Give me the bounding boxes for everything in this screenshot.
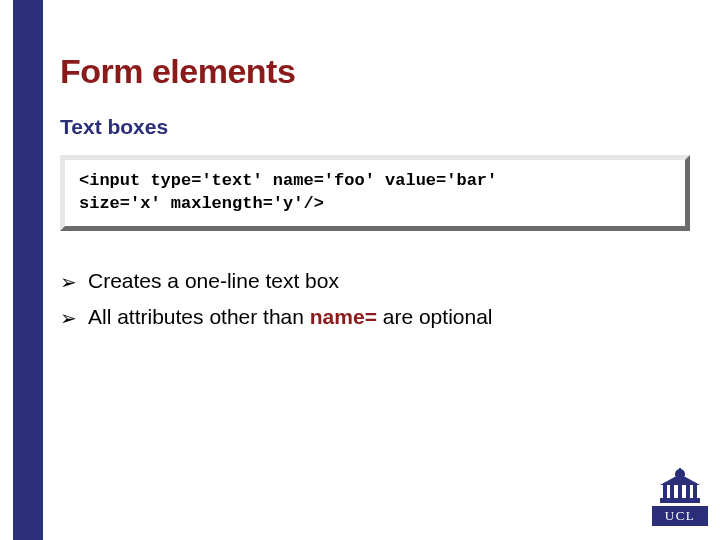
logo-text: UCL xyxy=(665,508,696,524)
svg-rect-4 xyxy=(686,485,690,498)
slide-content: Form elements Text boxes <input type='te… xyxy=(60,52,690,338)
code-snippet: <input type='text' name='foo' value='bar… xyxy=(79,170,671,216)
svg-rect-3 xyxy=(678,485,682,498)
arrow-icon: ➢ xyxy=(60,267,77,298)
bullet-item: ➢ Creates a one-line text box xyxy=(60,265,690,298)
bullet-text-post: are optional xyxy=(377,305,493,328)
bullet-text-pre: Creates a one-line text box xyxy=(88,269,339,292)
ucl-logo: UCL xyxy=(652,468,708,530)
left-accent-bar xyxy=(13,0,43,540)
bullet-item: ➢ All attributes other than name= are op… xyxy=(60,301,690,334)
dome-icon xyxy=(658,468,702,504)
logo-band: UCL xyxy=(652,506,708,526)
svg-rect-1 xyxy=(663,485,667,498)
svg-rect-7 xyxy=(679,468,681,471)
code-box: <input type='text' name='foo' value='bar… xyxy=(60,155,690,231)
slide-subtitle: Text boxes xyxy=(60,115,690,139)
bullet-list: ➢ Creates a one-line text box ➢ All attr… xyxy=(60,265,690,334)
slide-title: Form elements xyxy=(60,52,690,91)
svg-rect-2 xyxy=(670,485,674,498)
arrow-icon: ➢ xyxy=(60,303,77,334)
slide: Form elements Text boxes <input type='te… xyxy=(0,0,720,540)
svg-rect-0 xyxy=(660,498,700,503)
bullet-code: name= xyxy=(310,305,377,328)
bullet-text-pre: All attributes other than xyxy=(88,305,310,328)
svg-rect-5 xyxy=(693,485,697,498)
